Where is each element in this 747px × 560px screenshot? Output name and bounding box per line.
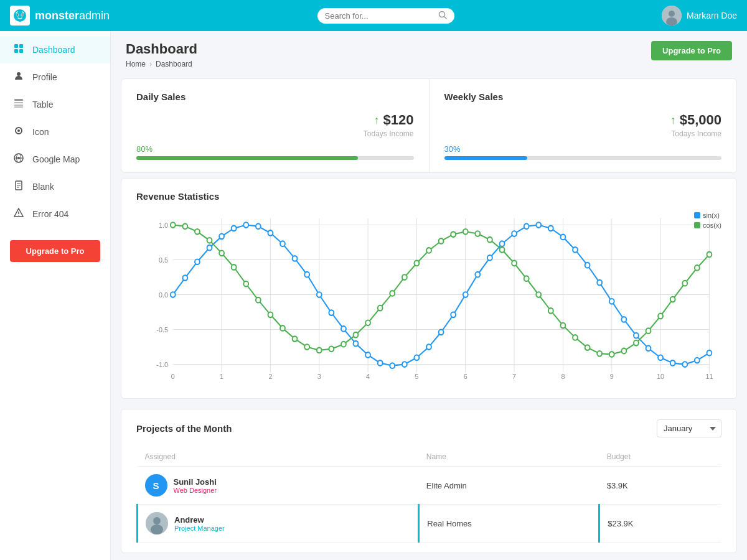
assignee-info-1: Andrew Project Manager — [174, 515, 225, 532]
svg-point-107 — [682, 362, 687, 367]
svg-point-132 — [439, 238, 444, 244]
svg-point-134 — [463, 229, 468, 235]
assignee-role-1: Project Manager — [174, 525, 225, 532]
user-menu[interactable]: Markarn Doe — [662, 6, 737, 26]
daily-sales-amount-row: ↑ $120 — [136, 112, 414, 128]
svg-text:4: 4 — [366, 373, 370, 381]
svg-text:8: 8 — [561, 373, 565, 381]
svg-point-124 — [341, 342, 346, 347]
svg-text:1.0: 1.0 — [159, 221, 168, 229]
google-map-icon — [12, 153, 25, 166]
svg-point-31 — [18, 215, 19, 215]
svg-point-92 — [500, 241, 505, 246]
svg-point-111 — [182, 223, 187, 229]
sidebar-upgrade-button[interactable]: Upgrade to Pro — [10, 240, 100, 262]
weekly-sales-progress-fill — [444, 156, 528, 160]
daily-sales-progress-fill — [136, 156, 358, 160]
svg-point-112 — [195, 229, 200, 235]
svg-point-116 — [243, 281, 248, 287]
sidebar-item-google-map[interactable]: Google Map — [0, 146, 110, 173]
chart-svg: 1.0 0.5 0.0 -0.5 -1.0 0 1 2 3 4 5 6 7 8 … — [136, 212, 721, 386]
svg-point-142 — [561, 323, 566, 329]
svg-point-128 — [390, 291, 395, 296]
svg-point-72 — [256, 223, 261, 229]
assignee-role-0: Web Designer — [174, 487, 217, 494]
svg-point-100 — [597, 280, 602, 286]
sidebar-label-blank: Blank — [32, 182, 54, 192]
sidebar-item-profile[interactable]: Profile — [0, 63, 110, 91]
month-select[interactable]: JanuaryFebruaryMarchAprilMayJuneJulyAugu… — [657, 419, 721, 437]
svg-point-96 — [548, 226, 553, 231]
table-row: S Sunil Joshi Web Designer Elite Admin $… — [138, 467, 722, 505]
sidebar-item-table[interactable]: Table — [0, 91, 110, 118]
svg-point-101 — [609, 299, 614, 304]
weekly-sales-income-label: Todays Income — [444, 129, 722, 138]
svg-point-141 — [548, 308, 553, 314]
svg-point-106 — [670, 360, 675, 366]
daily-sales-amount: $120 — [383, 112, 414, 128]
svg-point-103 — [634, 333, 639, 338]
svg-point-149 — [646, 328, 651, 334]
brand-name: monsteradmin — [35, 9, 110, 22]
svg-point-87 — [439, 330, 444, 335]
svg-point-102 — [621, 317, 626, 322]
svg-point-146 — [609, 352, 614, 357]
svg-rect-11 — [19, 44, 23, 48]
projects-section: Projects of the Month JanuaryFebruaryMar… — [121, 409, 737, 553]
sidebar-item-dashboard[interactable]: Dashboard — [0, 36, 110, 63]
projects-table: Assigned Name Budget S Sunil Joshi Web D… — [136, 447, 721, 543]
svg-point-153 — [695, 265, 700, 271]
legend-cos-label: cos(x) — [703, 222, 721, 229]
search-input[interactable] — [325, 11, 435, 21]
brand-icon — [10, 6, 30, 26]
svg-point-85 — [415, 355, 420, 360]
svg-point-91 — [487, 255, 492, 261]
avatar — [662, 6, 682, 26]
svg-text:10: 10 — [657, 373, 664, 381]
svg-point-69 — [219, 234, 224, 240]
layout: Dashboard Profile Table Icon Google Map … — [0, 31, 747, 560]
svg-rect-16 — [14, 102, 23, 103]
weekly-sales-progress-bg — [444, 156, 722, 160]
svg-text:3: 3 — [317, 373, 321, 381]
svg-point-148 — [634, 340, 639, 346]
svg-point-98 — [573, 247, 578, 253]
svg-point-65 — [171, 292, 176, 297]
table-icon — [12, 98, 25, 111]
svg-point-114 — [219, 250, 224, 256]
weekly-sales-card: Weekly Sales ↑ $5,000 Todays Income 30% — [430, 79, 737, 172]
breadcrumb-home[interactable]: Home — [126, 60, 146, 68]
project-name-cell-0: Elite Admin — [419, 467, 599, 505]
svg-point-110 — [171, 222, 176, 228]
svg-point-144 — [585, 345, 590, 350]
search-bar[interactable] — [317, 8, 454, 24]
svg-rect-12 — [14, 49, 18, 53]
sidebar-item-error-404[interactable]: Error 404 — [0, 200, 110, 228]
sidebar-item-icon[interactable]: Icon — [0, 118, 110, 146]
daily-sales-income-label: Todays Income — [136, 129, 414, 138]
assignee-avatar-0: S — [145, 474, 167, 497]
assignee-name-1: Andrew — [174, 515, 225, 525]
sidebar: Dashboard Profile Table Icon Google Map … — [0, 31, 111, 560]
sidebar-item-blank[interactable]: Blank — [0, 173, 110, 200]
svg-point-131 — [426, 248, 431, 253]
svg-point-147 — [621, 348, 626, 354]
weekly-sales-amount-row: ↑ $5,000 — [444, 112, 722, 128]
chart-legend: sin(x) cos(x) — [694, 212, 721, 229]
blank-icon — [12, 180, 25, 193]
upgrade-to-pro-button[interactable]: Upgrade to Pro — [651, 41, 732, 60]
svg-point-117 — [256, 297, 261, 303]
col-budget: Budget — [599, 447, 721, 467]
svg-point-68 — [207, 245, 212, 251]
assignee-avatar-1 — [146, 512, 168, 534]
svg-point-145 — [597, 351, 602, 357]
svg-point-89 — [463, 292, 468, 297]
svg-point-137 — [500, 247, 505, 253]
svg-point-156 — [153, 517, 161, 525]
table-row: Andrew Project Manager Real Homes $23.9K — [138, 505, 722, 543]
projects-title: Projects of the Month — [136, 423, 232, 434]
weekly-sales-up-arrow: ↑ — [670, 114, 676, 127]
daily-sales-progress-label: 80% — [136, 144, 414, 154]
svg-point-80 — [354, 341, 359, 347]
svg-point-115 — [232, 264, 237, 270]
